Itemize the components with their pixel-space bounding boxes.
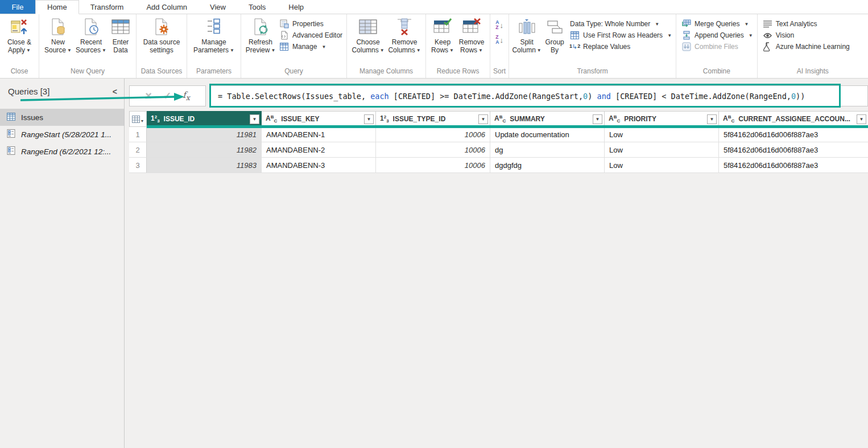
data-type-button[interactable]: Data Type: Whole Number ▼: [570, 18, 672, 30]
enter-data-button[interactable]: Enter Data: [108, 15, 133, 54]
cancel-formula-icon[interactable]: ×: [145, 89, 152, 102]
filter-dropdown-button[interactable]: ▼: [478, 114, 488, 124]
ribbon-group-label-ai-insights: AI Insights: [760, 66, 865, 78]
recent-sources-button[interactable]: Recent Sources▼: [74, 15, 108, 54]
tab-tools-label: Tools: [249, 3, 266, 11]
query-list-item[interactable]: RangeStart (5/28/2021 1...: [0, 126, 124, 143]
table-cell[interactable]: 11982: [147, 142, 262, 158]
chevron-down-icon: ▼: [749, 33, 753, 38]
ribbon: Close & Apply▼ Close New Source▼: [0, 14, 868, 79]
tab-transform[interactable]: Transform: [79, 0, 135, 14]
keep-rows-icon: [433, 17, 452, 36]
select-all-corner-button[interactable]: ▼: [129, 111, 147, 127]
remove-rows-icon: [462, 17, 481, 36]
table-cell[interactable]: dgdgfdg: [490, 158, 605, 173]
column-header[interactable]: ABCISSUE_KEY▼: [262, 111, 376, 127]
data-source-settings-button[interactable]: Data source settings: [139, 15, 184, 54]
row-number[interactable]: 1: [129, 127, 147, 142]
row-number[interactable]: 3: [129, 158, 147, 173]
queries-pane: Queries [3] < IssuesRangeStart (5/28/202…: [0, 79, 125, 448]
chevron-down-icon: ▼: [26, 48, 31, 53]
table-cell[interactable]: 5f84162d06d16d006f887ae3: [719, 127, 868, 142]
tab-help[interactable]: Help: [277, 0, 315, 14]
formula-text: = Table.SelectRows(Issues_table, each [C…: [218, 92, 805, 101]
table-cell[interactable]: AMANDABENN-3: [262, 158, 376, 173]
recent-sources-label: Recent Sources: [76, 38, 102, 54]
table-cell[interactable]: Update documentation: [490, 127, 605, 142]
choose-columns-button[interactable]: Choose Columns▼: [350, 15, 386, 54]
vision-button[interactable]: Vision: [763, 30, 850, 41]
table-cell[interactable]: 5f84162d06d16d006f887ae3: [719, 158, 868, 173]
formula-token: 0: [791, 92, 796, 101]
filter-dropdown-button[interactable]: ▼: [857, 114, 866, 124]
row-number[interactable]: 2: [129, 142, 147, 158]
number-type-icon: 123: [380, 114, 389, 124]
data-source-settings-icon: [153, 17, 170, 36]
merge-queries-button[interactable]: Merge Queries ▼: [681, 18, 753, 30]
azure-machine-learning-button[interactable]: Azure Machine Learning: [763, 41, 850, 52]
filter-dropdown-button[interactable]: ▼: [593, 114, 602, 124]
use-first-row-as-headers-button[interactable]: Use First Row as Headers ▼: [570, 30, 672, 41]
column-header-label: ISSUE_KEY: [281, 115, 364, 123]
replace-values-button[interactable]: 1↳2 Replace Values: [570, 41, 672, 52]
flask-icon: [763, 42, 772, 52]
file-tab[interactable]: File: [0, 0, 35, 14]
table-cell[interactable]: 10006: [376, 142, 490, 158]
column-header[interactable]: ABCSUMMARY▼: [490, 111, 605, 127]
replace-values-icon: 1↳2: [570, 43, 580, 51]
query-list-item-label: RangeEnd (6/2/2021 12:...: [21, 147, 111, 156]
tab-add-column[interactable]: Add Column: [135, 0, 199, 14]
group-by-button[interactable]: Group By: [542, 15, 568, 54]
ribbon-group-label-transform: Transform: [512, 66, 673, 78]
ribbon-group-label-reduce-rows: Reduce Rows: [429, 66, 487, 78]
remove-rows-button[interactable]: Remove Rows▼: [456, 15, 487, 54]
column-header[interactable]: ABCPRIORITY▼: [605, 111, 719, 127]
query-list-item[interactable]: Issues: [0, 109, 124, 126]
formula-input[interactable]: = Table.SelectRows(Issues_table, each [C…: [209, 85, 868, 106]
close-apply-button[interactable]: Close & Apply▼: [3, 15, 36, 54]
table-cell[interactable]: 11981: [147, 127, 262, 142]
remove-columns-button[interactable]: Remove Columns▼: [386, 15, 423, 54]
table-cell[interactable]: Low: [605, 142, 719, 158]
commit-formula-icon[interactable]: ✓: [163, 90, 171, 102]
refresh-preview-button[interactable]: Refresh Preview▼: [244, 15, 277, 54]
advanced-editor-button[interactable]: Advanced Editor: [279, 30, 342, 41]
fx-icon[interactable]: fx: [183, 90, 190, 102]
table-cell[interactable]: Low: [605, 127, 719, 142]
sort-descending-button[interactable]: ZA ↓: [495, 34, 503, 46]
combine-files-button[interactable]: Combine Files: [681, 41, 753, 52]
keep-rows-button[interactable]: Keep Rows▼: [429, 15, 456, 54]
append-queries-button[interactable]: Append Queries ▼: [681, 30, 753, 41]
table-cell[interactable]: 10006: [376, 127, 490, 142]
table-cell[interactable]: AMANDABENN-2: [262, 142, 376, 158]
filter-dropdown-button[interactable]: ▼: [707, 114, 717, 124]
split-column-button[interactable]: Split Column▼: [512, 15, 542, 54]
manage-button[interactable]: Manage ▼: [279, 41, 342, 52]
table-cell[interactable]: AMANDABENN-1: [262, 127, 376, 142]
tab-home[interactable]: Home: [35, 0, 79, 14]
formula-token: and: [597, 92, 611, 101]
split-column-icon: [518, 17, 536, 36]
table-cell[interactable]: dg: [490, 142, 605, 158]
tab-view[interactable]: View: [199, 0, 237, 14]
table-cell[interactable]: Low: [605, 158, 719, 173]
properties-button[interactable]: Properties: [279, 18, 342, 30]
new-source-button[interactable]: New Source▼: [42, 15, 74, 54]
filter-dropdown-button[interactable]: ▼: [250, 114, 259, 124]
column-header[interactable]: ABCCURRENT_ASSIGNEE_ACCOUN...▼: [719, 111, 868, 127]
tab-tools[interactable]: Tools: [237, 0, 277, 14]
manage-parameters-button[interactable]: Manage Parameters▼: [190, 15, 238, 54]
sort-ascending-button[interactable]: AZ ↓: [495, 19, 503, 31]
table-cell[interactable]: 5f84162d06d16d006f887ae3: [719, 142, 868, 158]
text-analytics-button[interactable]: Text Analytics: [763, 18, 850, 30]
choose-columns-icon: [359, 17, 377, 36]
column-header[interactable]: 123ISSUE_TYPE_ID▼: [376, 111, 490, 127]
query-list-item[interactable]: RangeEnd (6/2/2021 12:...: [0, 143, 124, 160]
table-cell[interactable]: 10006: [376, 158, 490, 173]
ribbon-group-combine: Merge Queries ▼ Append Queries ▼: [676, 14, 758, 78]
filter-dropdown-button[interactable]: ▼: [364, 114, 374, 124]
column-header[interactable]: 123ISSUE_ID▼: [147, 111, 262, 127]
table-cell[interactable]: 11983: [147, 158, 262, 173]
ribbon-group-label-parameters: Parameters: [190, 66, 238, 78]
collapse-pane-chevron-icon[interactable]: <: [113, 87, 117, 96]
